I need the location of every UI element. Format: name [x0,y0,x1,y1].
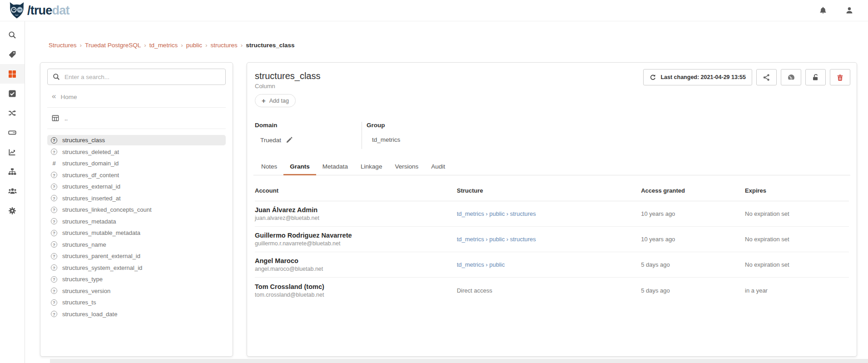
sidebar-item-structures[interactable] [0,64,25,84]
grants-table-header: AccountStructureAccess grantedExpires [255,183,849,201]
expires-cell: No expiration set [745,261,849,268]
list-item[interactable]: ?structures_name [47,239,226,250]
breadcrumb-link[interactable]: public [186,42,202,49]
structure-link[interactable]: td_metrics › public [457,261,505,268]
tags-icon [8,50,16,59]
list-item[interactable]: ?structures_system_external_id [47,263,226,273]
access-granted-cell: 5 days ago [641,287,745,294]
access-granted-cell: 10 years ago [641,236,745,243]
users-icon [8,187,17,195]
last-changed-button[interactable]: Last changed: 2021-04-29 13:55 [643,69,752,85]
list-item[interactable]: ?structures_load_date [47,309,226,319]
breadcrumb-link[interactable]: td_metrics [149,42,178,49]
table-icon [52,114,59,122]
sidebar-item-users[interactable] [0,181,25,201]
search-input[interactable] [47,69,226,85]
list-item[interactable]: ?structures_deleted_at [47,147,226,157]
list-item-label: structures_mutable_metadata [62,229,140,236]
hard-drive-icon [8,129,16,137]
delete-button[interactable] [830,69,850,85]
user-icon [845,6,853,15]
list-item[interactable]: ?structures_class [47,135,226,145]
tab-linkage[interactable]: Linkage [354,159,388,175]
notifications-button[interactable] [819,6,827,15]
unlock-icon [812,74,819,81]
horizontal-scrollbar[interactable] [50,359,868,363]
question-circle-icon: ? [51,311,57,317]
group-section: Group td_metrics [362,122,400,149]
user-menu-button[interactable] [845,6,853,15]
action-buttons: Last changed: 2021-04-29 13:55 [643,69,850,85]
share-button[interactable] [756,69,777,85]
expires-cell: No expiration set [745,236,849,243]
list-item[interactable]: ?structures_inserted_at [47,193,226,204]
list-item-label: structures_linked_concepts_count [62,206,152,213]
add-tag-label: Add tag [269,98,289,104]
edit-domain-button[interactable] [286,136,293,144]
trash-icon [836,74,844,81]
hash-icon: # [51,160,57,167]
account-cell: Juan Álvarez Adminjuan.alvarez@bluetab.n… [255,206,457,221]
sidebar-item-systems[interactable] [0,123,25,142]
breadcrumb-link[interactable]: Structures [49,42,77,49]
structure-cell: td_metrics › public [457,261,641,268]
list-item[interactable]: ?structures_parent_external_id [47,251,226,261]
sidebar-item-search[interactable] [0,25,25,45]
structure-link[interactable]: td_metrics › public › structures [457,236,536,243]
question-circle-icon: ? [51,230,57,236]
list-item[interactable]: ?structures_mutable_metadata [47,228,226,238]
home-link[interactable]: « Home [52,92,226,101]
unlock-button[interactable] [805,69,826,85]
structure-link[interactable]: td_metrics › public › structures [457,210,536,217]
tab-notes[interactable]: Notes [255,159,283,175]
add-tag-button[interactable]: + Add tag [255,94,296,107]
tab-grants[interactable]: Grants [283,159,316,175]
logo-text: /truedat [27,4,69,18]
tab-versions[interactable]: Versions [388,159,425,175]
chart-line-icon [8,148,16,156]
home-label: Home [60,94,77,100]
column-header: Structure [457,187,641,194]
list-item[interactable]: ?structures_linked_concepts_count [47,204,226,215]
sidebar-item-tags[interactable] [0,45,25,64]
list-item[interactable]: #structures_domain_id [47,158,226,169]
plus-icon: + [262,97,266,104]
list-item[interactable]: ?structures_metadata [47,216,226,227]
list-item[interactable]: ?structures_df_content [47,170,226,180]
account-name: Angel Maroco [255,257,457,264]
refresh-icon [650,74,656,81]
sidebar-item-quality[interactable] [0,84,25,103]
question-circle-icon: ? [51,299,57,306]
breadcrumb-separator: › [144,42,146,49]
sidebar-item-taxonomy[interactable] [0,162,25,181]
account-email: juan.alvarez@bluetab.net [255,215,457,221]
group-label: Group [367,122,400,129]
list-item[interactable]: ?structures_ts [47,297,226,308]
parent-structure-item[interactable]: .. [52,114,226,123]
list-item-label: structures_ts [62,299,96,306]
list-item[interactable]: ?structures_version [47,286,226,296]
structure-text: Direct access [457,287,492,294]
profiling-button[interactable] [781,69,801,85]
list-item[interactable]: ?structures_external_id [47,181,226,192]
tab-metadata[interactable]: Metadata [316,159,354,175]
sidebar-item-lineage[interactable] [0,103,25,123]
list-item[interactable]: ?structures_type [47,274,226,284]
list-item-label: structures_domain_id [62,160,119,167]
column-header: Access granted [641,187,745,194]
question-circle-icon: ? [51,241,57,248]
breadcrumb-link[interactable]: Truedat PostgreSQL [85,42,141,49]
tabs: NotesGrantsMetadataLinkageVersionsAudit [253,159,850,175]
question-circle-icon: ? [51,288,57,294]
sidebar-item-dashboards[interactable] [0,142,25,162]
list-item-label: structures_metadata [62,218,116,225]
sidebar-item-settings[interactable] [0,201,25,220]
column-header: Expires [745,187,849,194]
breadcrumb-link[interactable]: structures [210,42,237,49]
truedat-logo[interactable]: /truedat [8,2,69,19]
account-cell: Guillermo Rodriguez Navarreteguillermo.r… [255,232,457,247]
sitemap-icon [8,168,16,176]
expires-cell: No expiration set [745,210,849,217]
question-circle-icon: ? [51,172,57,178]
tab-audit[interactable]: Audit [425,159,451,175]
